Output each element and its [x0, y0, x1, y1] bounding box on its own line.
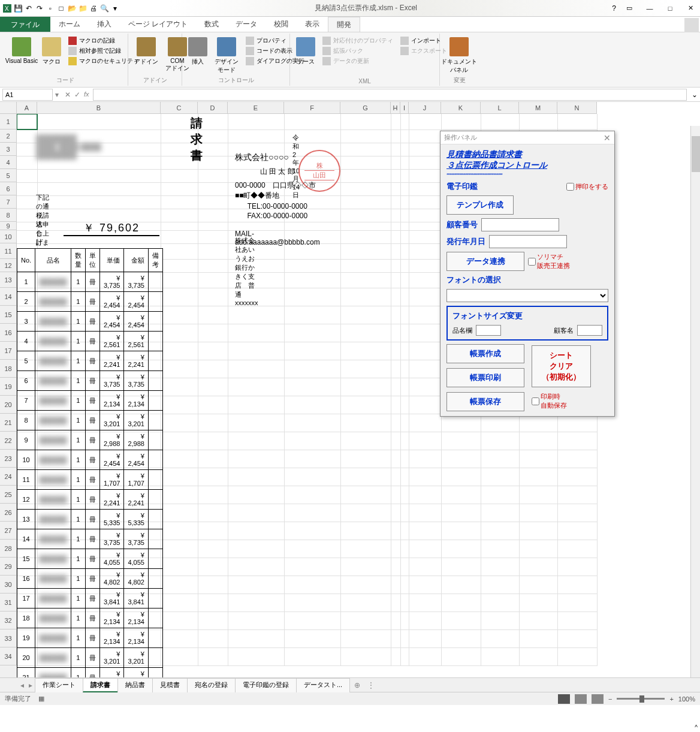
sheet-tab[interactable]: 納品書 [117, 678, 153, 692]
select-all-corner[interactable] [0, 102, 17, 114]
zoom-level[interactable]: 100% [678, 695, 695, 703]
form-save-button[interactable]: 帳票保存 [446, 392, 524, 411]
row-head[interactable]: 26 [0, 504, 17, 522]
row-head[interactable]: 6 [0, 182, 17, 195]
tab-view[interactable]: 表示 [297, 17, 328, 32]
row-head[interactable]: 27 [0, 522, 17, 540]
row-head[interactable]: 9 [0, 222, 17, 230]
row-head[interactable]: 31 [0, 594, 17, 611]
expand-formula-icon[interactable]: ⌄ [689, 91, 700, 99]
sorimachi-checkbox[interactable]: ソリマチ 販売王連携 [528, 252, 570, 270]
sheet-tab[interactable]: 見積書 [152, 678, 188, 692]
table-row[interactable]: 17██████1冊¥ 3,841¥ 3,841 [17, 589, 163, 609]
visual-basic-button[interactable]: Visual Basic [6, 36, 37, 65]
maximize-icon[interactable]: □ [663, 3, 677, 14]
col-head[interactable]: M [519, 102, 557, 114]
tab-formula[interactable]: 数式 [196, 17, 227, 32]
page-break-view-icon[interactable] [592, 694, 604, 704]
sheet-tab[interactable]: データスト... [296, 678, 350, 692]
qat-preview-icon[interactable]: 🔍 [99, 4, 109, 13]
qat-new-icon[interactable]: □ [56, 4, 66, 13]
col-head[interactable]: N [557, 102, 597, 114]
normal-view-icon[interactable] [558, 694, 570, 704]
row-head[interactable]: 18 [0, 360, 17, 378]
sheet-tab[interactable]: 電子印鑑の登録 [235, 678, 297, 692]
excel-icon[interactable]: X [2, 4, 12, 13]
customer-no-input[interactable] [481, 218, 559, 231]
insert-control-button[interactable]: 挿入 [186, 36, 210, 67]
minimize-icon[interactable]: — [642, 3, 657, 14]
row-head[interactable]: 5 [0, 169, 17, 182]
table-row[interactable]: 11██████1冊¥ 1,707¥ 1,707 [17, 470, 163, 490]
refresh-data-button[interactable]: データの更新 [320, 56, 396, 66]
row-head[interactable]: 24 [0, 468, 17, 486]
formula-bar[interactable] [93, 89, 687, 101]
panel-close-icon[interactable]: ✕ [604, 133, 611, 143]
col-head[interactable]: D [198, 102, 228, 114]
tab-first-icon[interactable]: ◂ [18, 681, 26, 689]
row-head[interactable]: 2 [0, 129, 17, 143]
table-row[interactable]: 10██████1冊¥ 2,454¥ 2,454 [17, 450, 163, 470]
col-head[interactable]: J [409, 102, 441, 114]
table-row[interactable]: 6██████1冊¥ 3,735¥ 3,735 [17, 371, 163, 391]
cust-name-size-input[interactable] [577, 325, 602, 336]
tab-last-icon[interactable]: ▸ [26, 681, 35, 689]
row-head[interactable]: 1 [0, 114, 17, 129]
table-row[interactable]: 18██████1冊¥ 2,134¥ 2,134 [17, 609, 163, 628]
zoom-in-icon[interactable]: + [669, 695, 673, 703]
row-head[interactable]: 15 [0, 306, 17, 324]
row-head[interactable]: 23 [0, 450, 17, 468]
sheet-clear-button[interactable]: シート クリア （初期化） [532, 345, 591, 387]
macro-button[interactable]: マクロ [40, 36, 64, 67]
item-col-size-input[interactable] [476, 325, 501, 336]
stamp-checkbox[interactable]: 押印をする [566, 182, 608, 191]
form-print-button[interactable]: 帳票印刷 [446, 368, 524, 387]
col-head[interactable]: C [161, 102, 198, 114]
col-head[interactable]: L [481, 102, 519, 114]
row-head[interactable]: 8 [0, 209, 17, 222]
add-sheet-icon[interactable]: ⊕ [349, 679, 365, 691]
qat-open-icon[interactable]: 📂 [67, 4, 77, 13]
table-row[interactable]: 9██████1冊¥ 2,988¥ 2,988 [17, 430, 163, 450]
table-row[interactable]: 5██████1冊¥ 2,241¥ 2,241 [17, 351, 163, 371]
tab-developer[interactable]: 開発 [328, 17, 360, 32]
qat-folder-icon[interactable]: 📁 [78, 4, 88, 13]
table-row[interactable]: 7██████1冊¥ 2,134¥ 2,134 [17, 391, 163, 411]
invoice-table[interactable]: No.品名数量単位単価金額備考1██████1冊¥ 3,735¥ 3,7352█… [17, 248, 163, 677]
undo-icon[interactable]: ↶ [24, 4, 34, 13]
tab-review[interactable]: 校閲 [265, 17, 297, 32]
macro-status-icon[interactable]: ▦ [38, 695, 44, 703]
row-head[interactable]: 12 [0, 259, 17, 272]
font-select[interactable] [446, 289, 608, 302]
page-layout-view-icon[interactable] [575, 694, 587, 704]
tab-data[interactable]: データ [227, 17, 265, 32]
sheet-tab[interactable]: 宛名の登録 [187, 678, 236, 692]
col-head[interactable]: A [17, 102, 37, 114]
table-row[interactable]: 15██████1冊¥ 4,055¥ 4,055 [17, 549, 163, 569]
table-row[interactable]: 12██████1冊¥ 2,241¥ 2,241 [17, 490, 163, 510]
sheet-tab[interactable]: 請求書 [83, 678, 118, 692]
row-head[interactable]: 10 [0, 230, 17, 243]
account-icon[interactable] [684, 18, 699, 32]
zoom-out-icon[interactable]: − [608, 695, 612, 703]
autosave-checkbox[interactable]: 印刷時 自動保存 [532, 392, 591, 410]
form-create-button[interactable]: 帳票作成 [446, 344, 524, 363]
row-head[interactable]: 33 [0, 629, 17, 647]
col-head[interactable]: E [228, 102, 284, 114]
enter-formula-icon[interactable]: ✓ [74, 91, 80, 99]
row-head[interactable]: 28 [0, 540, 17, 558]
vertical-scrollbar[interactable] [690, 126, 700, 677]
issue-date-input[interactable] [489, 235, 567, 248]
tab-file[interactable]: ファイル [0, 17, 50, 32]
row-head[interactable]: 14 [0, 288, 17, 306]
table-row[interactable]: 8██████1冊¥ 3,201¥ 3,201 [17, 411, 163, 430]
row-head[interactable]: 11 [0, 243, 17, 259]
tabs-more-icon[interactable]: ⋮ [365, 681, 377, 689]
table-row[interactable]: 1██████1冊¥ 3,735¥ 3,735 [17, 272, 163, 292]
qat-icon[interactable]: ▫ [46, 4, 55, 13]
col-head[interactable]: H [391, 102, 400, 114]
map-properties-button[interactable]: 対応付けのプロパティ [320, 36, 396, 46]
tab-insert[interactable]: 挿入 [89, 17, 120, 32]
addin-button[interactable]: アドイン [132, 36, 161, 67]
table-row[interactable]: 14██████1冊¥ 3,735¥ 3,735 [17, 529, 163, 549]
